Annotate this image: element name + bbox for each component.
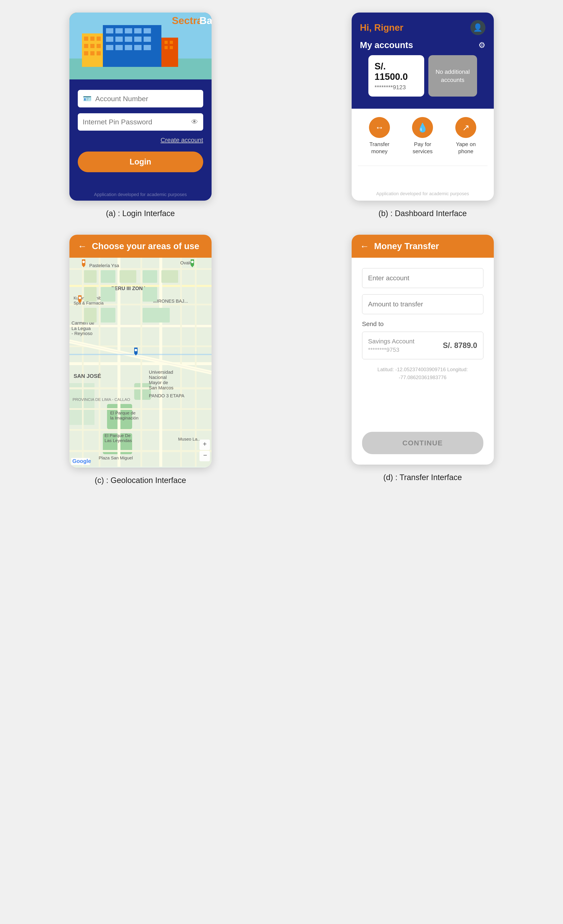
login-cell: Sectra Bank 🪪 👁 Create account Log — [10, 12, 271, 218]
svg-rect-24 — [97, 44, 101, 48]
svg-rect-8 — [106, 37, 113, 42]
continue-button[interactable]: CONTINUE — [362, 432, 483, 454]
transfer-money-action[interactable]: ↔ Transfer money — [367, 117, 392, 155]
geo-back-button[interactable]: ← — [78, 241, 87, 251]
svg-rect-27 — [97, 51, 101, 56]
yape-icon-circle: ↗ — [455, 117, 476, 138]
svg-text:+: + — [203, 440, 207, 448]
building-svg: Sectra Bank — [69, 12, 212, 80]
svg-text:Ovalo: Ovalo — [180, 260, 192, 266]
svg-rect-22 — [84, 44, 88, 48]
svg-rect-12 — [144, 37, 151, 42]
card-icon: 🪪 — [83, 94, 92, 103]
amount-to-transfer-input[interactable] — [362, 294, 483, 314]
dashboard-top-row: Hi, Rigner 👤 — [360, 20, 485, 35]
transfer-screen: ← Money Transfer Send to Savings Account… — [351, 235, 494, 465]
empty-account-card: No additional accounts — [428, 55, 477, 96]
account-cards: S/. 11500.0 ********9123 No additional a… — [360, 55, 485, 103]
svg-text:Las Leyendas: Las Leyendas — [105, 438, 132, 443]
svg-rect-56 — [195, 258, 197, 467]
map-svg: Pastelería Ysa Ovalo PERU III ZONA MIRON… — [69, 258, 212, 467]
svg-text:SAN JOSÉ: SAN JOSÉ — [74, 373, 101, 379]
transfer-label: Transfer money — [367, 141, 392, 155]
user-name: Rigner — [374, 22, 403, 33]
yape-icon: ↗ — [462, 123, 470, 133]
geolocation-cell: ← Choose your areas of use — [10, 235, 271, 485]
transfer-header: ← Money Transfer — [351, 235, 494, 258]
svg-rect-82 — [84, 270, 97, 283]
svg-rect-90 — [84, 308, 97, 322]
login-button[interactable]: Login — [78, 152, 203, 172]
svg-text:la Imaginación: la Imaginación — [110, 416, 138, 420]
svg-rect-5 — [125, 28, 132, 33]
pay-icon: 💧 — [417, 123, 428, 133]
svg-text:El Parque De: El Parque De — [105, 433, 131, 438]
svg-rect-88 — [101, 287, 116, 302]
create-account-link[interactable]: Create account — [78, 136, 203, 144]
yape-action[interactable]: ↗ Yape on phone — [453, 117, 478, 155]
svg-rect-29 — [165, 41, 168, 44]
transfer-phone: ← Money Transfer Send to Savings Account… — [351, 235, 494, 465]
svg-rect-32 — [170, 46, 173, 49]
svg-rect-6 — [134, 28, 141, 33]
geolocation-header: ← Choose your areas of use — [69, 235, 212, 258]
svg-rect-50 — [82, 258, 84, 467]
enter-account-input[interactable] — [362, 268, 483, 288]
password-input[interactable] — [83, 118, 187, 126]
my-accounts-label: My accounts — [360, 40, 413, 50]
svg-rect-87 — [84, 287, 97, 302]
longitude-text: -77.08620361983776 — [399, 375, 446, 380]
account-num-masked: ********9753 — [368, 346, 414, 353]
svg-text:Museo La...: Museo La... — [178, 436, 201, 441]
svg-rect-15 — [125, 45, 132, 50]
avatar-icon: 👤 — [473, 23, 482, 32]
pay-label: Pay for services — [410, 141, 435, 155]
password-input-wrap[interactable]: 👁 — [78, 113, 203, 130]
transfer-back-button[interactable]: ← — [360, 241, 369, 251]
svg-rect-4 — [116, 28, 123, 33]
svg-text:PROVINCIA DE LIMA - CALLAO: PROVINCIA DE LIMA - CALLAO — [72, 398, 130, 402]
dashboard-footer: Application developed for academic purpo… — [351, 187, 494, 201]
account-number-input[interactable] — [95, 94, 198, 103]
svg-rect-3 — [106, 28, 113, 33]
svg-rect-11 — [134, 37, 141, 42]
svg-text:Plaza San Miguel: Plaza San Miguel — [99, 455, 133, 460]
svg-text:Sectra: Sectra — [172, 15, 203, 26]
login-hero: Sectra Bank — [69, 12, 212, 80]
svg-text:PANDO 3 ETAPA: PANDO 3 ETAPA — [149, 393, 185, 398]
login-footer: Application developed for academic purpo… — [69, 189, 212, 201]
svg-rect-9 — [116, 37, 123, 42]
eye-icon[interactable]: 👁 — [191, 118, 198, 126]
pay-services-action[interactable]: 💧 Pay for services — [410, 117, 435, 155]
svg-text:San Marcos: San Marcos — [149, 385, 173, 390]
geolocation-screen: ← Choose your areas of use — [69, 235, 212, 468]
account-number-input-wrap[interactable]: 🪪 — [78, 90, 203, 107]
svg-text:Pastelería Ysa: Pastelería Ysa — [89, 263, 119, 268]
dashboard-divider — [358, 165, 488, 166]
coordinates-display: Latitud: -12.052374003909716 Longitud: -… — [362, 366, 483, 382]
svg-rect-92 — [143, 308, 170, 322]
svg-rect-26 — [90, 51, 95, 56]
svg-rect-13 — [106, 45, 113, 50]
svg-point-96 — [191, 261, 194, 263]
svg-rect-83 — [101, 270, 116, 283]
main-account-card[interactable]: S/. 11500.0 ********9123 — [368, 55, 424, 96]
svg-rect-16 — [134, 45, 141, 50]
gear-icon[interactable]: ⚙ — [478, 40, 485, 50]
svg-rect-55 — [180, 258, 182, 467]
transfer-icon-circle: ↔ — [369, 117, 390, 138]
account-info: Savings Account ********9753 — [368, 338, 414, 353]
svg-rect-38 — [134, 383, 151, 400]
svg-rect-30 — [170, 41, 173, 44]
avatar[interactable]: 👤 — [470, 20, 485, 35]
dashboard-cell: Hi, Rigner 👤 My accounts ⚙ S/. 11500.0 — [292, 12, 553, 218]
svg-rect-31 — [165, 46, 168, 49]
svg-rect-85 — [143, 270, 157, 283]
svg-rect-7 — [144, 28, 151, 33]
pay-icon-circle: 💧 — [412, 117, 433, 138]
geo-map[interactable]: Pastelería Ysa Ovalo PERU III ZONA MIRON… — [69, 258, 212, 468]
dashboard-screen: Hi, Rigner 👤 My accounts ⚙ S/. 11500.0 — [351, 12, 494, 201]
svg-point-94 — [83, 261, 85, 263]
dashboard-phone: Hi, Rigner 👤 My accounts ⚙ S/. 11500.0 — [351, 12, 494, 201]
send-to-label: Send to — [362, 320, 483, 327]
